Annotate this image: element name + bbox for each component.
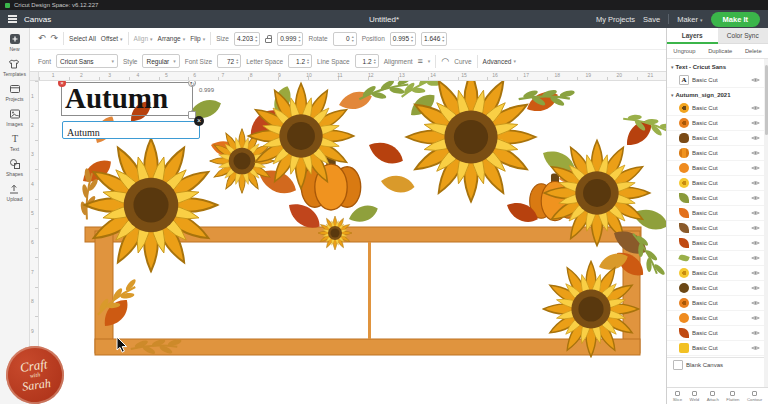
eye-icon[interactable]	[750, 180, 760, 186]
sidebar-item-text[interactable]: T Text	[9, 133, 21, 152]
eye-icon[interactable]	[750, 135, 760, 141]
tab-color-sync[interactable]: Color Sync	[718, 28, 768, 44]
undo-icon[interactable]: ↶	[38, 34, 46, 43]
eye-icon[interactable]	[750, 345, 760, 351]
tab-layers[interactable]: Layers	[667, 28, 718, 44]
canvas-text[interactable]: Autumn	[62, 83, 192, 114]
stepper-icon[interactable]: ▴▾	[255, 35, 257, 42]
eye-icon[interactable]	[750, 285, 760, 291]
sidebar-item-new[interactable]: New	[9, 33, 21, 52]
eye-icon[interactable]	[750, 105, 760, 111]
sidebar-item-templates[interactable]: Templates	[3, 58, 26, 77]
flip-button[interactable]: Flip▾	[190, 35, 205, 42]
layer-row[interactable]: Basic Cut	[667, 311, 768, 326]
select-all-button[interactable]: Select All	[69, 35, 96, 42]
make-it-button[interactable]: Make It	[711, 12, 760, 27]
layer-row[interactable]: Basic Cut	[667, 131, 768, 146]
layer-row[interactable]: Basic Cut	[667, 266, 768, 281]
alignment-icon[interactable]: ≡	[418, 57, 423, 66]
layers-footer-button[interactable]: Slice	[673, 391, 682, 402]
eye-icon[interactable]	[750, 150, 760, 156]
position-y-input[interactable]: 1.646▴▾	[421, 32, 447, 46]
stepper-icon[interactable]: ▴▾	[442, 35, 444, 42]
selection-box[interactable]: Autumn × ↻	[61, 82, 193, 116]
rotate-input[interactable]: 0▴▾	[333, 32, 357, 46]
close-icon[interactable]: ×	[194, 116, 204, 126]
text-layer-row[interactable]: A Basic Cut	[667, 73, 768, 88]
design-group-row[interactable]: ▾ Autumn_sign_2021	[667, 88, 768, 101]
font-size-input[interactable]: 72▴▾	[217, 54, 241, 68]
eye-icon[interactable]	[750, 77, 760, 83]
eye-icon[interactable]	[750, 195, 760, 201]
text-edit-box[interactable]: ×	[62, 121, 200, 139]
layer-row[interactable]: Basic Cut	[667, 206, 768, 221]
advanced-button[interactable]: Advanced▾	[483, 58, 516, 65]
offset-button[interactable]: Offset▾	[101, 35, 123, 42]
font-select[interactable]: Cricut Sans▾	[56, 54, 118, 68]
position-x-input[interactable]: 0.995▴▾	[390, 32, 416, 46]
style-select[interactable]: Regular▾	[142, 54, 179, 68]
sidebar-item-upload[interactable]: Upload	[7, 183, 23, 202]
eye-icon[interactable]	[750, 225, 760, 231]
size-height-input[interactable]: 0.999▴▾	[277, 32, 303, 46]
stepper-icon[interactable]: ▴▾	[298, 35, 300, 42]
arrange-button[interactable]: Arrange▾	[158, 35, 186, 42]
layer-thumbnail	[678, 253, 689, 262]
layer-row[interactable]: Basic Cut	[667, 101, 768, 116]
stepper-icon[interactable]: ▴▾	[374, 58, 376, 65]
sidebar-item-images[interactable]: Images	[6, 108, 22, 127]
sidebar-item-shapes[interactable]: Shapes	[6, 158, 23, 177]
canvas[interactable]: Autumn × ↻ 0.999 ×	[39, 81, 666, 404]
stepper-icon[interactable]: ▴▾	[411, 35, 413, 42]
line-space-input[interactable]: 1.2▴▾	[355, 54, 379, 68]
layer-row[interactable]: Basic Cut	[667, 191, 768, 206]
layers-footer-button[interactable]: Contour	[747, 391, 762, 402]
layers-action-button[interactable]: Duplicate	[708, 48, 732, 54]
scrollbar-thumb[interactable]	[765, 65, 768, 135]
layers-action-button[interactable]: Delete	[745, 48, 762, 54]
my-projects-link[interactable]: My Projects	[596, 15, 635, 24]
text-group-row[interactable]: ▾ Text - Cricut Sans	[667, 60, 768, 73]
eye-icon[interactable]	[750, 240, 760, 246]
document-title[interactable]: Untitled*	[369, 15, 399, 24]
stepper-icon[interactable]: ▴▾	[236, 58, 238, 65]
eye-icon[interactable]	[750, 165, 760, 171]
save-link[interactable]: Save	[643, 15, 660, 24]
scrollbar[interactable]	[764, 59, 768, 387]
letter-space-input[interactable]: 1.2▴▾	[288, 54, 312, 68]
machine-selector[interactable]: Maker▾	[677, 15, 702, 24]
lock-icon[interactable]	[265, 38, 272, 43]
layers-footer-button[interactable]: Weld	[690, 391, 700, 402]
layer-row[interactable]: Basic Cut	[667, 161, 768, 176]
stepper-icon[interactable]: ▴▾	[352, 35, 354, 42]
layer-row[interactable]: Basic Cut	[667, 116, 768, 131]
curve-icon[interactable]: ◠	[441, 57, 449, 66]
layer-row[interactable]: Basic Cut	[667, 296, 768, 311]
layer-row[interactable]: Basic Cut	[667, 236, 768, 251]
layer-row[interactable]: Basic Cut	[667, 326, 768, 341]
size-width-input[interactable]: 4.203▴▾	[234, 32, 260, 46]
blank-canvas-row[interactable]: Blank Canvas	[667, 357, 768, 372]
eye-icon[interactable]	[750, 255, 760, 261]
eye-icon[interactable]	[750, 120, 760, 126]
redo-icon[interactable]: ↷	[51, 34, 59, 43]
eye-icon[interactable]	[750, 270, 760, 276]
text-input[interactable]	[63, 125, 199, 141]
layer-row[interactable]: Basic Cut	[667, 146, 768, 161]
layer-row[interactable]: Basic Cut	[667, 341, 768, 356]
menu-icon[interactable]	[8, 15, 17, 23]
layers-footer-button[interactable]: Attach	[707, 391, 719, 402]
layer-row[interactable]: Basic Cut	[667, 281, 768, 296]
layers-action-button[interactable]: Ungroup	[673, 48, 695, 54]
eye-icon[interactable]	[750, 210, 760, 216]
sidebar-item-projects[interactable]: Projects	[5, 83, 23, 102]
eye-icon[interactable]	[750, 330, 760, 336]
layer-row[interactable]: Basic Cut	[667, 251, 768, 266]
layers-footer-button[interactable]: Flatten	[726, 391, 739, 402]
eye-icon[interactable]	[750, 300, 760, 306]
stepper-icon[interactable]: ▴▾	[307, 58, 309, 65]
layer-row[interactable]: Basic Cut	[667, 221, 768, 236]
eye-icon[interactable]	[750, 315, 760, 321]
align-button[interactable]: Align▾	[134, 35, 153, 42]
layer-row[interactable]: Basic Cut	[667, 176, 768, 191]
